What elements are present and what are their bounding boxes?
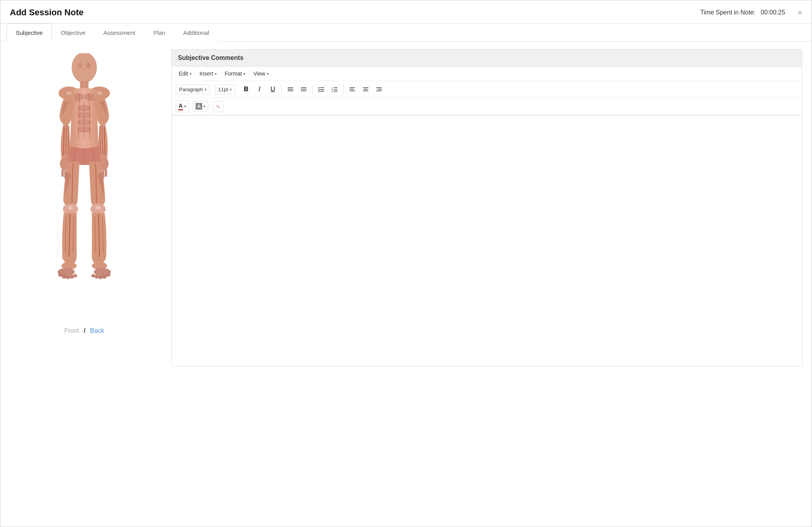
svg-point-58	[98, 275, 103, 279]
add-session-note-dialog: Add Session Note Time Spent in Note: 00:…	[0, 0, 812, 527]
svg-point-66	[96, 206, 100, 210]
svg-point-52	[70, 275, 74, 279]
bold-button[interactable]: B	[240, 83, 252, 95]
content-area: Front / Back Subjective Comments Edit ▾ …	[0, 42, 812, 374]
svg-point-75	[319, 87, 320, 88]
svg-point-65	[68, 206, 73, 210]
indent-decrease-button[interactable]	[284, 83, 297, 95]
format-menu[interactable]: Format ▾	[221, 69, 248, 78]
svg-point-0	[72, 53, 96, 83]
align-right-button[interactable]	[373, 83, 385, 95]
text-color-button[interactable]: A ▾	[176, 100, 189, 112]
toolbar-format-row: Paragraph ▾ 11pt ▾ B I	[172, 81, 802, 98]
svg-marker-70	[288, 88, 289, 90]
ordered-list-button[interactable]: 1. 2. 3.	[328, 83, 341, 95]
indent-increase-button[interactable]	[297, 83, 310, 95]
dialog-title: Add Session Note	[10, 7, 83, 18]
svg-rect-30	[105, 169, 107, 177]
svg-point-64	[97, 91, 103, 95]
tab-plan[interactable]: Plan	[144, 23, 174, 42]
unordered-list-button[interactable]	[315, 83, 328, 95]
svg-marker-74	[301, 88, 302, 90]
edit-menu[interactable]: Edit ▾	[176, 69, 195, 78]
editor-content[interactable]	[171, 115, 802, 366]
text-color-bar	[178, 109, 183, 110]
separator2	[312, 85, 313, 94]
toolbar-color-row: A ▾ A ▾ ↔	[172, 98, 802, 115]
underline-button[interactable]: U	[266, 83, 279, 95]
format-chevron: ▾	[243, 72, 245, 76]
tab-additional[interactable]: Additional	[174, 23, 218, 42]
divider-label: /	[84, 327, 85, 334]
tabs-bar: Subjective Objective Assessment Plan Add…	[0, 23, 812, 42]
view-chevron: ▾	[267, 72, 269, 76]
tab-assessment[interactable]: Assessment	[94, 23, 145, 42]
svg-point-77	[319, 91, 320, 92]
svg-point-63	[66, 91, 72, 95]
bg-color-chevron: ▾	[203, 104, 205, 108]
align-left-button[interactable]	[346, 83, 359, 95]
svg-point-59	[95, 275, 99, 279]
svg-text:3.: 3.	[332, 90, 334, 92]
dialog-header: Add Session Note Time Spent in Note: 00:…	[0, 0, 812, 23]
anatomical-body-svg	[29, 53, 139, 319]
font-size-select[interactable]: 11pt ▾	[215, 85, 235, 94]
expand-button[interactable]: ↔	[213, 101, 224, 112]
separator3	[343, 85, 344, 94]
tab-subjective[interactable]: Subjective	[7, 23, 52, 42]
bg-color-button[interactable]: A ▾	[193, 101, 208, 112]
italic-button[interactable]: I	[253, 83, 266, 95]
header-right: Time Spent in Note: 00:00:25 ×	[700, 9, 802, 16]
expand-icon: ↔	[214, 101, 223, 111]
svg-point-51	[66, 275, 71, 279]
body-diagram: Front / Back	[10, 49, 159, 366]
insert-chevron: ▾	[215, 72, 217, 76]
svg-point-76	[319, 89, 320, 90]
editor-toolbar: Edit ▾ Insert ▾ Format ▾ View ▾	[171, 66, 802, 115]
svg-point-2	[86, 63, 91, 69]
svg-point-1	[78, 63, 82, 69]
front-label: Front	[64, 327, 79, 334]
text-color-chevron: ▾	[184, 104, 186, 108]
text-color-a: A	[178, 102, 183, 110]
paragraph-chevron: ▾	[205, 87, 207, 92]
align-center-button[interactable]	[359, 83, 372, 95]
separator1	[281, 85, 282, 94]
paragraph-select[interactable]: Paragraph ▾	[176, 85, 210, 94]
comments-panel: Subjective Comments Edit ▾ Insert ▾ Form…	[171, 49, 802, 366]
tab-objective[interactable]: Objective	[52, 23, 94, 42]
back-label[interactable]: Back	[90, 327, 104, 334]
view-menu[interactable]: View ▾	[250, 69, 272, 78]
comments-header: Subjective Comments	[171, 49, 802, 66]
time-spent-label: Time Spent in Note: 00:00:25	[700, 9, 785, 16]
svg-point-53	[73, 274, 77, 278]
close-button[interactable]: ×	[798, 9, 802, 16]
toolbar-menu-row: Edit ▾ Insert ▾ Format ▾ View ▾	[172, 67, 802, 81]
edit-chevron: ▾	[190, 72, 192, 76]
svg-point-60	[91, 274, 95, 278]
fontsize-chevron: ▾	[230, 87, 232, 92]
body-labels: Front / Back	[64, 327, 104, 334]
svg-rect-25	[62, 169, 64, 177]
body-svg-container[interactable]	[22, 49, 147, 323]
insert-menu[interactable]: Insert ▾	[196, 69, 220, 78]
